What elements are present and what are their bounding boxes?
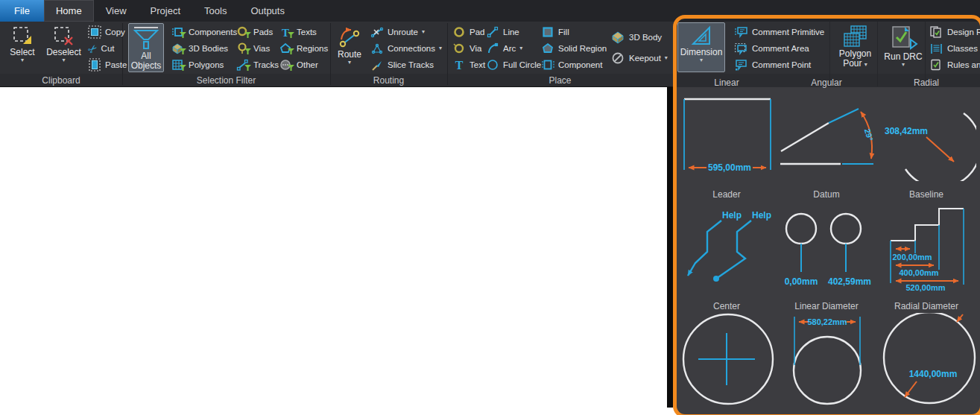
clipboard-group-label: Clipboard bbox=[0, 75, 122, 86]
filter-3d-bodies[interactable]: 3D Bodies bbox=[171, 41, 228, 56]
place-solid-region-button[interactable]: Solid Region bbox=[542, 41, 607, 56]
place-full-circle-label: Full Circle bbox=[503, 60, 541, 69]
menu-item-linear-diameter[interactable]: 580,22mm bbox=[777, 313, 876, 410]
menu-item-linear-label[interactable]: Linear bbox=[677, 77, 777, 88]
filter-texts-label: Texts bbox=[297, 28, 317, 37]
unroute-label: Unroute bbox=[388, 28, 418, 37]
menu-item-angular-label[interactable]: Angular bbox=[777, 77, 876, 88]
place-pad-button[interactable]: Pad bbox=[453, 25, 484, 39]
place-keepout-button[interactable]: Keepout bbox=[611, 51, 668, 66]
dimension-button[interactable]: Dimension bbox=[677, 22, 725, 72]
place-component-button[interactable]: Component bbox=[542, 57, 602, 72]
all-objects-button[interactable]: AllObjects bbox=[128, 23, 164, 72]
select-button[interactable]: Select bbox=[3, 23, 42, 72]
filter-tracks[interactable]: Tracks bbox=[236, 57, 279, 72]
comment-point-button[interactable]: Comment Point bbox=[734, 57, 811, 72]
classes-label: Classes bbox=[947, 44, 978, 53]
texts-icon: T bbox=[279, 26, 293, 39]
line-icon bbox=[487, 26, 499, 39]
comment-primitive-button[interactable]: Comment Primitive bbox=[734, 25, 824, 39]
filter-texts[interactable]: T Texts bbox=[279, 25, 317, 39]
solid-region-icon bbox=[542, 42, 554, 55]
tab-view[interactable]: View bbox=[94, 0, 139, 22]
filter-other[interactable]: Other bbox=[279, 57, 318, 72]
components-icon bbox=[171, 26, 185, 39]
dropdown-caret-icon bbox=[519, 45, 522, 51]
place-full-circle-button[interactable]: Full Circle bbox=[487, 57, 541, 72]
menu-item-radial-label[interactable]: Radial bbox=[876, 77, 976, 88]
place-3d-body-label: 3D Body bbox=[629, 33, 662, 42]
polygon-pour-button[interactable]: PolygonPour bbox=[835, 22, 876, 72]
other-icon bbox=[279, 59, 293, 72]
menu-item-angular[interactable]: 29° bbox=[777, 89, 876, 184]
filter-components[interactable]: Components bbox=[171, 25, 237, 39]
baseline-dimension-preview: 200,00mm 400,00mm 520,00mm bbox=[876, 201, 976, 294]
place-fill-button[interactable]: Fill bbox=[542, 25, 569, 39]
comment-primitive-label: Comment Primitive bbox=[752, 28, 824, 37]
filter-pads-label: Pads bbox=[253, 28, 273, 37]
menu-item-linear[interactable]: 595,00mm bbox=[677, 89, 777, 184]
angular-dimension-preview: 29° bbox=[777, 89, 876, 181]
comment-primitive-icon bbox=[734, 26, 748, 39]
text-icon: T bbox=[453, 59, 466, 72]
menu-item-leader-label[interactable]: Leader bbox=[677, 189, 777, 200]
slice-tracks-label: Slice Tracks bbox=[388, 60, 434, 69]
paste-button[interactable]: Paste bbox=[88, 57, 127, 72]
paste-icon bbox=[88, 58, 101, 72]
leader-dimension-preview: Help Help bbox=[677, 201, 777, 294]
tab-project[interactable]: Project bbox=[139, 0, 192, 22]
cut-button[interactable]: ✂ Cut bbox=[88, 41, 114, 56]
filter-pads[interactable]: Pads bbox=[236, 25, 273, 39]
menu-item-radial-diameter[interactable]: 1440,00mm bbox=[876, 313, 976, 410]
connections-button[interactable]: Connections bbox=[370, 41, 442, 56]
filter-polygons[interactable]: Polygons bbox=[171, 57, 224, 72]
paste-label: Paste bbox=[105, 60, 127, 69]
select-icon bbox=[13, 26, 33, 46]
place-fill-label: Fill bbox=[558, 28, 569, 37]
menu-item-datum-label[interactable]: Datum bbox=[777, 189, 876, 200]
svg-text:400,00mm: 400,00mm bbox=[899, 268, 938, 277]
filter-vias[interactable]: Vias bbox=[236, 41, 270, 56]
svg-text:520,00mm: 520,00mm bbox=[905, 283, 945, 292]
design-rules-button[interactable]: Design Ru bbox=[929, 25, 980, 39]
group-separator bbox=[330, 23, 331, 85]
dimension-dropdown-panel: Dimension Comment Primitive Comment Area bbox=[673, 15, 980, 415]
menu-item-radial-diameter-label[interactable]: Radial Diameter bbox=[876, 301, 976, 311]
rules-label: Rules an bbox=[947, 60, 980, 69]
slice-tracks-button[interactable]: Slice Tracks bbox=[370, 57, 434, 72]
svg-text:T: T bbox=[455, 59, 464, 72]
place-line-button[interactable]: Line bbox=[487, 25, 519, 39]
tab-tools[interactable]: Tools bbox=[192, 0, 238, 22]
menu-item-center[interactable] bbox=[677, 313, 777, 410]
run-drc-button[interactable]: Run DRC bbox=[883, 22, 923, 72]
connections-label: Connections bbox=[388, 44, 435, 53]
menu-item-center-label[interactable]: Center bbox=[677, 301, 777, 311]
filter-regions[interactable]: Regions bbox=[279, 41, 328, 56]
menu-item-baseline-label[interactable]: Baseline bbox=[876, 189, 976, 200]
dropdown-caret-icon bbox=[62, 57, 65, 63]
comment-area-button[interactable]: Comment Area bbox=[734, 41, 809, 56]
tab-outputs[interactable]: Outputs bbox=[238, 0, 297, 22]
tab-home[interactable]: Home bbox=[44, 0, 94, 22]
menu-item-baseline[interactable]: 200,00mm 400,00mm 520,00mm bbox=[876, 201, 976, 297]
dropdown-caret-icon bbox=[700, 57, 703, 63]
menu-item-datum[interactable]: 0,00mm 402,59mm bbox=[777, 201, 876, 297]
place-text-button[interactable]: T Text bbox=[453, 57, 485, 72]
place-3d-body-button[interactable]: 3D Body bbox=[611, 30, 662, 45]
menu-item-radial[interactable]: 308,42mm bbox=[876, 89, 976, 184]
route-button[interactable]: Route bbox=[332, 23, 367, 72]
menu-item-linear-diameter-label[interactable]: Linear Diameter bbox=[777, 301, 876, 311]
tab-file[interactable]: File bbox=[0, 0, 44, 22]
menu-item-leader[interactable]: Help Help bbox=[677, 201, 777, 297]
copy-button[interactable]: Copy bbox=[88, 25, 125, 39]
filter-regions-label: Regions bbox=[297, 44, 328, 53]
place-via-button[interactable]: Via bbox=[453, 41, 481, 56]
connections-icon bbox=[370, 42, 384, 55]
unroute-button[interactable]: Unroute bbox=[370, 25, 425, 39]
place-arc-button[interactable]: Arc bbox=[487, 41, 522, 56]
rules-button[interactable]: Rules an bbox=[929, 57, 980, 72]
classes-button[interactable]: Classes bbox=[929, 41, 980, 56]
deselect-button[interactable]: Deselect bbox=[42, 23, 85, 72]
dropdown-caret-icon bbox=[21, 57, 24, 63]
place-component-label: Component bbox=[558, 60, 602, 69]
